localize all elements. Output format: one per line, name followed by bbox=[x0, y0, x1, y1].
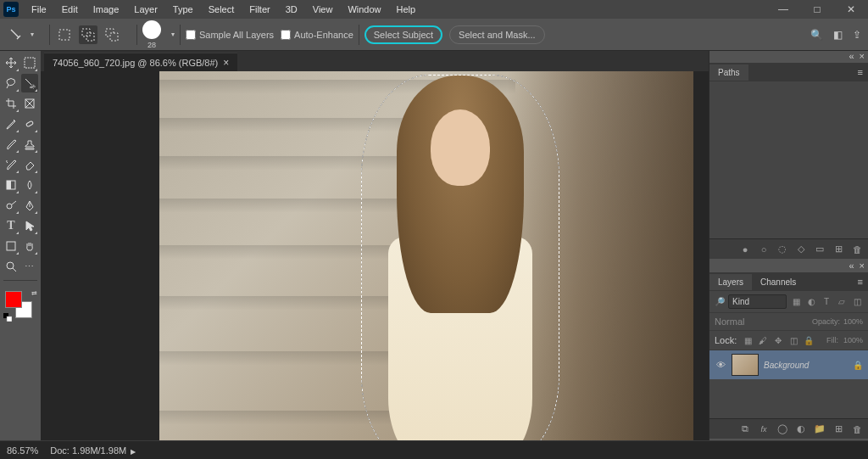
stroke-path-icon[interactable]: ○ bbox=[758, 243, 770, 255]
make-work-path-icon[interactable]: ◇ bbox=[795, 243, 807, 255]
paths-panel-menu-icon[interactable]: ≡ bbox=[853, 67, 868, 77]
link-layers-icon[interactable]: ⧉ bbox=[739, 423, 751, 435]
sample-all-layers-check[interactable]: Sample All Layers bbox=[186, 30, 274, 40]
add-mask-icon[interactable]: ▭ bbox=[814, 243, 826, 255]
filter-pixel-icon[interactable]: ▦ bbox=[790, 296, 802, 308]
brush-dropdown-icon[interactable]: ▾ bbox=[171, 31, 175, 38]
pen-tool[interactable] bbox=[21, 196, 38, 215]
canvas-image[interactable] bbox=[159, 71, 693, 440]
blend-mode-select[interactable]: Normal bbox=[715, 316, 809, 327]
hand-tool[interactable] bbox=[21, 237, 38, 255]
layer-visibility-icon[interactable]: 👁 bbox=[715, 359, 726, 371]
opacity-value[interactable]: 100% bbox=[843, 317, 863, 326]
tab-paths[interactable]: Paths bbox=[709, 64, 748, 81]
frame-tool[interactable] bbox=[21, 94, 38, 113]
new-path-icon[interactable]: ⊞ bbox=[832, 243, 844, 255]
menu-select[interactable]: Select bbox=[201, 2, 242, 17]
layer-name[interactable]: Background bbox=[764, 361, 848, 370]
collapse-layers-icon[interactable]: « bbox=[849, 260, 854, 272]
auto-enhance-check[interactable]: Auto-Enhance bbox=[281, 30, 353, 40]
zoom-tool[interactable] bbox=[3, 257, 19, 276]
document-tab[interactable]: 74056_960_720.jpg @ 86.6% (RGB/8#) × bbox=[44, 53, 237, 71]
filter-smart-icon[interactable]: ◫ bbox=[851, 296, 863, 308]
share-icon[interactable]: ⇪ bbox=[853, 30, 861, 40]
fill-value[interactable]: 100% bbox=[843, 336, 863, 344]
delete-layer-icon[interactable]: 🗑 bbox=[851, 423, 863, 435]
menu-file[interactable]: File bbox=[24, 2, 54, 17]
workspace-icon[interactable]: ◧ bbox=[833, 30, 843, 40]
doc-info[interactable]: Doc: 1.98M/1.98M bbox=[50, 445, 126, 456]
layer-filter-kind[interactable]: Kind bbox=[728, 294, 787, 309]
menu-window[interactable]: Window bbox=[340, 2, 388, 17]
layers-panel-menu-icon[interactable]: ≡ bbox=[853, 277, 868, 287]
close-panels-icon[interactable]: × bbox=[860, 51, 865, 63]
add-mask-layer-icon[interactable]: ◯ bbox=[776, 423, 788, 435]
layer-item-background[interactable]: 👁 Background 🔒 bbox=[709, 350, 868, 379]
edit-toolbar[interactable]: ⋯ bbox=[21, 257, 38, 276]
subtract-selection-icon[interactable] bbox=[103, 25, 121, 44]
select-and-mask-button[interactable]: Select and Mask... bbox=[449, 25, 545, 44]
menu-help[interactable]: Help bbox=[389, 2, 424, 17]
blur-tool[interactable] bbox=[21, 176, 38, 194]
default-colors-icon[interactable] bbox=[3, 313, 12, 322]
filter-type-icon[interactable]: T bbox=[821, 296, 832, 308]
select-subject-button[interactable]: Select Subject bbox=[364, 25, 442, 44]
stamp-tool[interactable] bbox=[21, 135, 38, 154]
lock-position-icon[interactable]: ✥ bbox=[772, 334, 784, 346]
lock-transparent-icon[interactable]: ▦ bbox=[742, 334, 754, 346]
dropdown-icon[interactable]: ▾ bbox=[31, 31, 34, 38]
sample-all-layers-checkbox[interactable] bbox=[186, 30, 196, 40]
zoom-level[interactable]: 86.57% bbox=[7, 445, 38, 456]
layer-thumbnail[interactable] bbox=[732, 354, 759, 376]
minimize-button[interactable]: — bbox=[766, 0, 800, 19]
fill-path-icon[interactable]: ● bbox=[739, 243, 751, 255]
group-layers-icon[interactable]: 📁 bbox=[814, 423, 826, 435]
tool-preset-icon[interactable] bbox=[7, 25, 25, 44]
add-selection-icon[interactable] bbox=[79, 25, 97, 44]
canvas-area[interactable]: 74056_960_720.jpg @ 86.6% (RGB/8#) × bbox=[41, 51, 709, 440]
menu-edit[interactable]: Edit bbox=[54, 2, 86, 17]
menu-image[interactable]: Image bbox=[86, 2, 127, 17]
filter-adjust-icon[interactable]: ◐ bbox=[805, 296, 817, 308]
path-to-selection-icon[interactable]: ◌ bbox=[776, 243, 788, 255]
lock-artboard-icon[interactable]: ◫ bbox=[787, 334, 799, 346]
eyedropper-tool[interactable] bbox=[3, 115, 19, 133]
close-layers-icon[interactable]: × bbox=[860, 260, 865, 272]
brush-tool[interactable] bbox=[3, 135, 19, 154]
brush-preview[interactable] bbox=[142, 20, 161, 39]
tab-close-icon[interactable]: × bbox=[223, 57, 229, 69]
shape-tool[interactable] bbox=[3, 237, 19, 255]
paths-panel-body[interactable] bbox=[709, 81, 868, 238]
crop-tool[interactable] bbox=[3, 94, 19, 113]
menu-3d[interactable]: 3D bbox=[278, 2, 305, 17]
menu-filter[interactable]: Filter bbox=[242, 2, 277, 17]
layer-fx-icon[interactable]: fx bbox=[758, 423, 770, 435]
filter-shape-icon[interactable]: ▱ bbox=[836, 296, 848, 308]
search-icon[interactable]: 🔍 bbox=[810, 30, 823, 40]
type-tool[interactable]: T bbox=[3, 216, 19, 235]
tab-layers[interactable]: Layers bbox=[709, 274, 752, 290]
path-selection-tool[interactable] bbox=[21, 216, 38, 235]
gradient-tool[interactable] bbox=[3, 176, 19, 194]
new-selection-icon[interactable] bbox=[55, 25, 74, 44]
healing-tool[interactable] bbox=[21, 115, 38, 133]
history-brush-tool[interactable] bbox=[3, 155, 19, 174]
lock-all-icon[interactable]: 🔒 bbox=[803, 334, 815, 346]
maximize-button[interactable]: □ bbox=[800, 0, 834, 19]
new-layer-icon[interactable]: ⊞ bbox=[832, 423, 844, 435]
menu-type[interactable]: Type bbox=[165, 2, 201, 17]
delete-path-icon[interactable]: 🗑 bbox=[851, 243, 863, 255]
swap-colors-icon[interactable]: ⇄ bbox=[31, 289, 37, 297]
eraser-tool[interactable] bbox=[21, 155, 38, 174]
foreground-color[interactable] bbox=[5, 291, 22, 308]
lasso-tool[interactable] bbox=[3, 74, 19, 92]
tab-channels[interactable]: Channels bbox=[752, 274, 804, 290]
adjustment-layer-icon[interactable]: ◐ bbox=[795, 423, 807, 435]
close-window-button[interactable]: ✕ bbox=[834, 0, 868, 19]
menu-layer[interactable]: Layer bbox=[126, 2, 165, 17]
auto-enhance-checkbox[interactable] bbox=[281, 30, 291, 40]
marquee-tool[interactable] bbox=[21, 53, 38, 72]
lock-image-icon[interactable]: 🖌 bbox=[757, 334, 769, 346]
menu-view[interactable]: View bbox=[305, 2, 341, 17]
dodge-tool[interactable] bbox=[3, 196, 19, 215]
